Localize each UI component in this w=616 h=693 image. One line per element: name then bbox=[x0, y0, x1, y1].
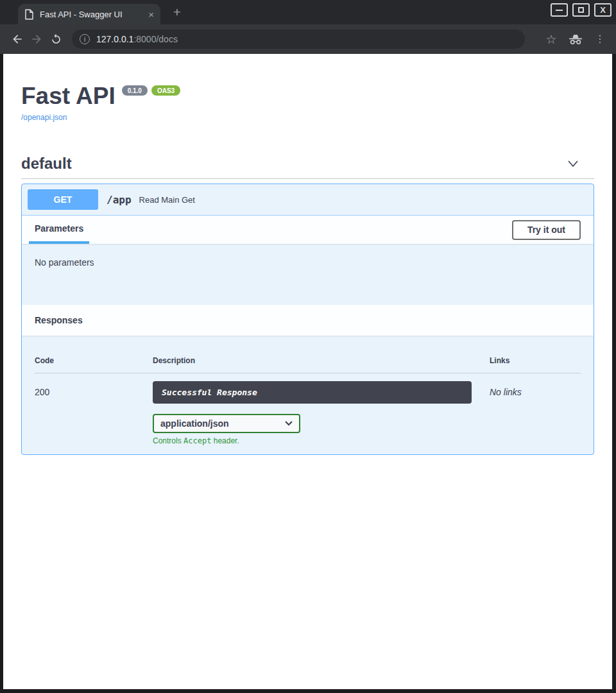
window-controls: X bbox=[551, 3, 612, 17]
star-icon: ☆ bbox=[545, 33, 556, 46]
try-it-out-button[interactable]: Try it out bbox=[512, 220, 581, 240]
browser-toolbar: i 127.0.0.1:8000/docs ☆ ⋮ bbox=[0, 24, 616, 54]
tab-parameters[interactable]: Parameters bbox=[29, 216, 89, 244]
browser-tab[interactable]: Fast API - Swagger UI × bbox=[18, 4, 160, 24]
close-window-button[interactable]: X bbox=[594, 3, 612, 17]
response-description: Successful Response bbox=[153, 381, 472, 404]
maximize-icon bbox=[578, 7, 584, 13]
browser-menu-button[interactable]: ⋮ bbox=[592, 31, 608, 47]
responses-table: Code Description Links 200 Successful Re… bbox=[22, 336, 594, 454]
chevron-down-icon bbox=[566, 158, 580, 169]
hint-prefix: Controls bbox=[153, 436, 184, 445]
minimize-icon bbox=[556, 10, 563, 11]
openapi-spec-link[interactable]: /openapi.json bbox=[21, 113, 67, 122]
tab-title: Fast API - Swagger UI bbox=[40, 10, 142, 19]
hint-suffix: header. bbox=[211, 436, 239, 445]
version-badge: 0.1.0 bbox=[122, 85, 148, 96]
operation-block-get-app: GET /app Read Main Get Parameters Try it… bbox=[21, 184, 594, 455]
url-path: :8000/docs bbox=[133, 34, 178, 44]
forward-icon bbox=[30, 33, 43, 46]
tag-section-header[interactable]: default bbox=[21, 155, 594, 179]
browser-chrome: Fast API - Swagger UI × + X i 127.0.0.1:… bbox=[0, 0, 616, 54]
operation-path: /app bbox=[107, 194, 132, 206]
api-info: Fast API0.1.0OAS3 /openapi.json bbox=[3, 54, 612, 123]
operation-summary[interactable]: GET /app Read Main Get bbox=[22, 184, 594, 216]
http-method-badge: GET bbox=[28, 189, 98, 210]
bookmark-button[interactable]: ☆ bbox=[543, 31, 560, 47]
operation-summary-text: Read Main Get bbox=[139, 195, 195, 205]
hint-code: Accept bbox=[184, 436, 211, 445]
responses-section-header: Responses bbox=[22, 305, 594, 336]
tag-name: default bbox=[21, 155, 72, 173]
tab-strip: Fast API - Swagger UI × + X bbox=[0, 0, 616, 24]
new-tab-button[interactable]: + bbox=[169, 4, 185, 20]
column-header-description: Description bbox=[153, 356, 490, 365]
parameters-section-header: Parameters Try it out bbox=[22, 216, 594, 244]
address-bar[interactable]: i 127.0.0.1:8000/docs bbox=[72, 30, 525, 49]
accept-header-hint: Controls Accept header. bbox=[153, 436, 490, 445]
reload-button[interactable] bbox=[46, 30, 65, 49]
column-header-code: Code bbox=[35, 356, 153, 365]
oas3-badge: OAS3 bbox=[151, 85, 180, 96]
kebab-menu-icon: ⋮ bbox=[595, 34, 605, 44]
media-type-selected: application/json bbox=[160, 418, 229, 429]
incognito-button[interactable] bbox=[567, 31, 584, 47]
response-links: No links bbox=[490, 381, 581, 445]
close-tab-icon[interactable]: × bbox=[148, 10, 154, 19]
parameters-tab-label: Parameters bbox=[35, 223, 83, 234]
api-title-text: Fast API bbox=[21, 83, 116, 109]
url-host: 127.0.0.1 bbox=[96, 34, 133, 44]
back-button[interactable] bbox=[8, 30, 27, 49]
response-row-200: 200 Successful Response application/json… bbox=[35, 373, 581, 445]
column-header-links: Links bbox=[490, 356, 581, 365]
close-window-icon: X bbox=[600, 6, 606, 14]
response-code: 200 bbox=[35, 381, 153, 445]
site-info-icon[interactable]: i bbox=[80, 34, 90, 44]
minimize-button[interactable] bbox=[551, 3, 568, 17]
maximize-button[interactable] bbox=[572, 3, 590, 17]
select-chevron-icon bbox=[285, 421, 293, 426]
parameters-body: No parameters bbox=[22, 244, 594, 305]
no-parameters-text: No parameters bbox=[35, 257, 94, 268]
responses-section-label: Responses bbox=[35, 315, 83, 325]
document-icon bbox=[24, 9, 34, 20]
media-type-select[interactable]: application/json bbox=[153, 414, 300, 433]
response-description-cell: Successful Response application/json Con… bbox=[153, 381, 490, 445]
collapse-section-button[interactable] bbox=[566, 158, 580, 169]
page-title: Fast API0.1.0OAS3 bbox=[21, 83, 594, 109]
responses-table-header: Code Description Links bbox=[35, 356, 581, 373]
back-icon bbox=[11, 33, 24, 46]
forward-button[interactable] bbox=[27, 30, 46, 49]
swagger-page: Fast API0.1.0OAS3 /openapi.json default … bbox=[3, 54, 612, 689]
reload-icon bbox=[50, 33, 62, 46]
url-text[interactable]: 127.0.0.1:8000/docs bbox=[96, 34, 178, 44]
incognito-icon bbox=[569, 34, 583, 45]
